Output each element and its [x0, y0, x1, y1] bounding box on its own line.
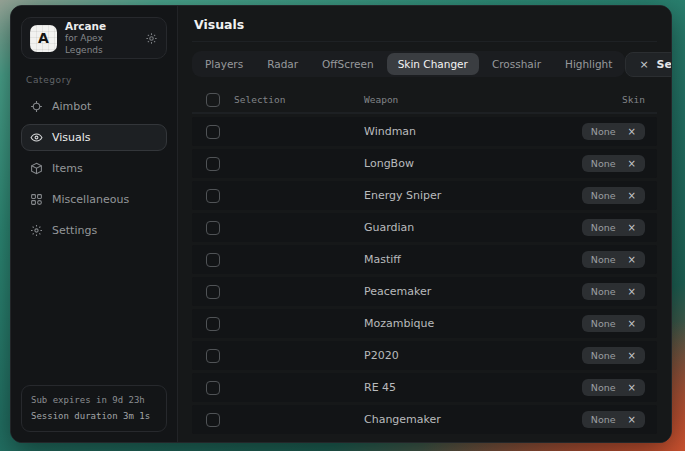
clear-skin-icon[interactable]: × [628, 159, 636, 169]
tab-skin-changer[interactable]: Skin Changer [387, 53, 479, 75]
gear-icon [30, 224, 43, 237]
row-checkbox[interactable] [206, 189, 220, 203]
row-checkbox[interactable] [206, 285, 220, 299]
main-titlebar: Visuals [192, 6, 657, 42]
weapon-name: Changemaker [364, 413, 570, 426]
skin-value: None [591, 286, 616, 297]
select-all-checkbox[interactable] [206, 93, 220, 107]
skin-value: None [591, 222, 616, 233]
skin-tag[interactable]: None × [582, 315, 645, 332]
table-row[interactable]: Mastiff None × [192, 245, 657, 274]
search-button[interactable]: × Search [625, 52, 672, 77]
search-button-label: Search [657, 58, 672, 71]
tab-highlight[interactable]: Highlight [554, 53, 623, 75]
app-logo: A [30, 25, 57, 52]
skin-tag[interactable]: None × [582, 155, 645, 172]
clear-skin-icon[interactable]: × [628, 191, 636, 201]
category-label: Category [26, 75, 167, 85]
clear-skin-icon[interactable]: × [628, 223, 636, 233]
row-checkbox[interactable] [206, 221, 220, 235]
sidebar-item-aimbot[interactable]: Aimbot [21, 93, 167, 120]
table-row[interactable]: P2020 None × [192, 341, 657, 370]
row-checkbox[interactable] [206, 125, 220, 139]
header-gear-icon[interactable] [145, 32, 158, 45]
weapon-name: Windman [364, 125, 570, 138]
clear-skin-icon[interactable]: × [628, 415, 636, 425]
app-meta: Arcane for Apex Legends [65, 20, 137, 56]
sidebar-nav: Aimbot Visuals Ite [21, 93, 167, 244]
sidebar-item-label: Settings [52, 224, 97, 237]
skin-value: None [591, 190, 616, 201]
sub-expiry-text: Sub expires in 9d 23h [31, 393, 157, 408]
table-row[interactable]: Mozambique None × [192, 309, 657, 338]
app-window: A Arcane for Apex Legends Category [10, 5, 672, 443]
skin-value: None [591, 414, 616, 425]
table-row[interactable]: Peacemaker None × [192, 277, 657, 306]
weapon-name: RE 45 [364, 381, 570, 394]
desktop-background: A Arcane for Apex Legends Category [0, 0, 685, 451]
row-checkbox[interactable] [206, 381, 220, 395]
skin-tag[interactable]: None × [582, 347, 645, 364]
tab-players[interactable]: Players [194, 53, 254, 75]
box-icon [30, 162, 43, 175]
clear-skin-icon[interactable]: × [628, 127, 636, 137]
weapon-name: P2020 [364, 349, 570, 362]
column-header-selection: Selection [234, 94, 352, 105]
sidebar-item-label: Visuals [52, 131, 91, 144]
sidebar-item-items[interactable]: Items [21, 155, 167, 182]
skin-tag[interactable]: None × [582, 219, 645, 236]
skin-tag[interactable]: None × [582, 283, 645, 300]
sidebar: A Arcane for Apex Legends Category [11, 6, 178, 442]
weapon-name: Mozambique [364, 317, 570, 330]
row-checkbox[interactable] [206, 413, 220, 427]
eye-icon [30, 131, 43, 144]
skin-tag[interactable]: None × [582, 379, 645, 396]
session-duration-text: Session duration 3m 1s [31, 409, 157, 424]
skin-tag[interactable]: None × [582, 123, 645, 140]
clear-skin-icon[interactable]: × [628, 255, 636, 265]
sidebar-item-label: Aimbot [52, 100, 91, 113]
tab-crosshair[interactable]: Crosshair [481, 53, 552, 75]
column-header-weapon: Weapon [364, 94, 610, 105]
table-row[interactable]: RE 45 None × [192, 373, 657, 402]
clear-skin-icon[interactable]: × [628, 319, 636, 329]
sidebar-item-visuals[interactable]: Visuals [21, 124, 167, 151]
row-checkbox[interactable] [206, 317, 220, 331]
clear-skin-icon[interactable]: × [628, 383, 636, 393]
tab-radar[interactable]: Radar [256, 53, 309, 75]
tab-offscreen[interactable]: OffScreen [311, 53, 385, 75]
row-checkbox[interactable] [206, 157, 220, 171]
skin-tag[interactable]: None × [582, 187, 645, 204]
tab-bar: Players Radar OffScreen Skin Changer Cro… [192, 51, 625, 77]
weapon-name: Energy Sniper [364, 189, 570, 202]
skin-value: None [591, 382, 616, 393]
skin-value: None [591, 350, 616, 361]
table-header: Selection Weapon Skin [192, 87, 657, 114]
table-row[interactable]: Guardian None × [192, 213, 657, 242]
table-row[interactable]: Energy Sniper None × [192, 181, 657, 210]
sidebar-item-label: Items [52, 162, 83, 175]
row-checkbox[interactable] [206, 253, 220, 267]
table-row[interactable]: Windman None × [192, 117, 657, 146]
skin-value: None [591, 318, 616, 329]
page-title: Visuals [194, 17, 655, 32]
table-row[interactable]: Changemaker None × [192, 405, 657, 434]
sidebar-item-miscellaneous[interactable]: Miscellaneous [21, 186, 167, 213]
clear-skin-icon[interactable]: × [628, 351, 636, 361]
skin-value: None [591, 126, 616, 137]
weapon-name: Peacemaker [364, 285, 570, 298]
app-header-card: A Arcane for Apex Legends [21, 17, 167, 59]
skin-value: None [591, 158, 616, 169]
sidebar-item-settings[interactable]: Settings [21, 217, 167, 244]
subscription-info: Sub expires in 9d 23h Session duration 3… [21, 385, 167, 432]
weapon-name: LongBow [364, 157, 570, 170]
column-header-skin: Skin [622, 94, 645, 105]
weapon-name: Guardian [364, 221, 570, 234]
weapon-name: Mastiff [364, 253, 570, 266]
skin-tag[interactable]: None × [582, 411, 645, 428]
clear-skin-icon[interactable]: × [628, 287, 636, 297]
table-row[interactable]: LongBow None × [192, 149, 657, 178]
main-panel: Visuals Players Radar OffScreen Skin Cha… [178, 6, 671, 442]
skin-tag[interactable]: None × [582, 251, 645, 268]
row-checkbox[interactable] [206, 349, 220, 363]
